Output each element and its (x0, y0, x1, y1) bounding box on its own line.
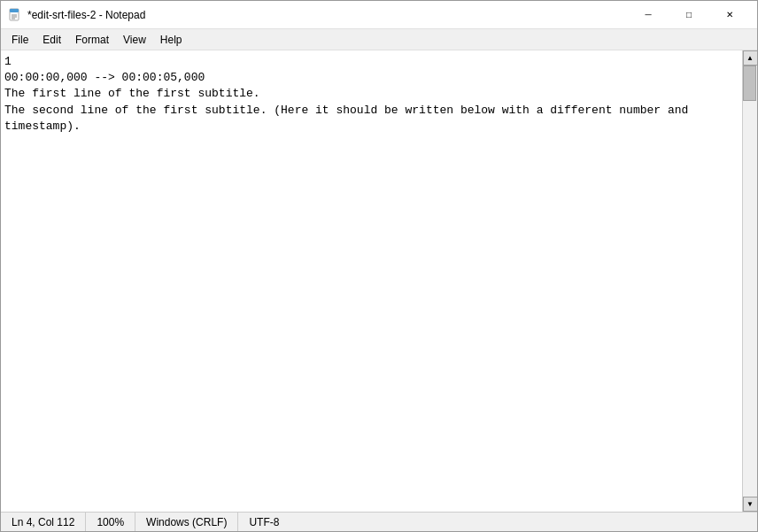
svg-rect-1 (10, 9, 19, 12)
scroll-down-button[interactable]: ▼ (743, 497, 758, 512)
title-bar: *edit-srt-files-2 - Notepad ─ □ ✕ (1, 1, 757, 29)
text-editor[interactable]: 1 00:00:00,000 --> 00:00:05,000 The firs… (1, 50, 742, 512)
menu-help[interactable]: Help (153, 31, 190, 49)
line-ending: Windows (CRLF) (135, 513, 238, 531)
window-controls: ─ □ ✕ (628, 1, 750, 29)
maximize-button[interactable]: □ (669, 1, 709, 29)
close-button[interactable]: ✕ (709, 1, 750, 29)
cursor-position: Ln 4, Col 112 (1, 513, 86, 531)
main-window: *edit-srt-files-2 - Notepad ─ □ ✕ File E… (0, 0, 758, 532)
vertical-scrollbar[interactable]: ▲ ▼ (742, 50, 757, 512)
menu-bar: File Edit Format View Help (1, 29, 757, 50)
app-icon (8, 8, 22, 22)
scroll-up-button[interactable]: ▲ (743, 50, 758, 66)
window-title: *edit-srt-files-2 - Notepad (27, 9, 628, 21)
minimize-button[interactable]: ─ (628, 1, 669, 29)
scroll-thumb[interactable] (743, 66, 756, 101)
menu-edit[interactable]: Edit (35, 31, 68, 49)
encoding: UTF-8 (238, 513, 290, 531)
status-bar: Ln 4, Col 112 100% Windows (CRLF) UTF-8 (1, 512, 757, 531)
menu-view[interactable]: View (116, 31, 153, 49)
editor-area: 1 00:00:00,000 --> 00:00:05,000 The firs… (1, 50, 757, 512)
menu-file[interactable]: File (4, 31, 35, 49)
zoom-level: 100% (86, 513, 135, 531)
scroll-track[interactable] (743, 66, 757, 497)
menu-format[interactable]: Format (68, 31, 116, 49)
